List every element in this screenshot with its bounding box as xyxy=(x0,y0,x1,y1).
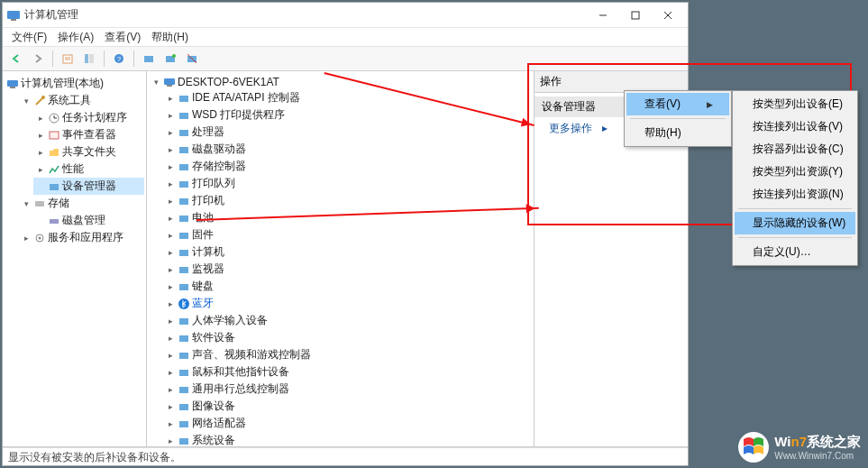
device-category[interactable]: ▸人体学输入设备 xyxy=(163,312,532,329)
collapse-icon[interactable]: ▾ xyxy=(21,198,32,209)
expand-icon[interactable]: ▸ xyxy=(165,264,176,275)
expand-icon[interactable]: ▸ xyxy=(165,196,176,206)
device-category[interactable]: ▸图像设备 xyxy=(163,398,532,415)
expand-icon[interactable]: ▸ xyxy=(35,130,46,141)
device-category[interactable]: ▸监视器 xyxy=(163,261,532,278)
tb-icon-1[interactable] xyxy=(139,49,159,69)
collapse-icon[interactable]: ▾ xyxy=(151,77,161,87)
device-category[interactable]: ▸磁盘驱动器 xyxy=(163,141,532,158)
device-category[interactable]: ▸系统设备 xyxy=(163,432,532,446)
expand-icon[interactable]: ▸ xyxy=(35,164,46,175)
expand-icon[interactable]: ▸ xyxy=(165,247,176,258)
device-label: WSD 打印提供程序 xyxy=(192,107,285,123)
device-category[interactable]: ▸电池 xyxy=(163,209,532,226)
svg-rect-34 xyxy=(179,164,188,170)
expand-icon[interactable]: ▸ xyxy=(165,93,176,104)
nav-system-tools[interactable]: ▾系统工具 xyxy=(19,92,144,109)
device-category[interactable]: ▸键盘 xyxy=(163,278,532,295)
nav-performance[interactable]: ▸性能 xyxy=(33,161,144,178)
device-category[interactable]: ▸鼠标和其他指针设备 xyxy=(163,363,532,381)
expand-icon[interactable]: ▸ xyxy=(165,384,176,395)
main-body: 计算机管理(本地) ▾系统工具 ▸任务计划程序 ▸事件查看器 ▸共享文件夹 ▸性… xyxy=(3,71,688,447)
ctx-by-conn-dev[interactable]: 按连接列出设备(V) xyxy=(735,115,855,138)
expand-icon[interactable]: ▸ xyxy=(35,147,46,158)
device-category[interactable]: ▸打印机 xyxy=(163,192,532,209)
device-category[interactable]: ▸IDE ATA/ATAPI 控制器 xyxy=(163,89,532,106)
expand-icon[interactable]: ▸ xyxy=(165,213,176,224)
expand-icon[interactable]: ▸ xyxy=(165,281,176,292)
device-tree-pane[interactable]: ▾DESKTOP-6VEK1AT ▸IDE ATA/ATAPI 控制器▸WSD … xyxy=(147,71,535,446)
expand-icon[interactable]: ▸ xyxy=(165,230,176,241)
watermark: Win7系统之家 Www.Winwin7.Com xyxy=(738,432,861,463)
close-button[interactable] xyxy=(652,5,684,26)
expand-icon[interactable]: ▸ xyxy=(165,144,176,155)
expand-icon[interactable]: ▸ xyxy=(35,113,46,124)
expand-icon[interactable]: ▸ xyxy=(165,161,176,172)
device-category[interactable]: ▸计算机 xyxy=(163,243,532,261)
ctx-by-type-res[interactable]: 按类型列出资源(Y) xyxy=(735,161,855,183)
expand-icon[interactable]: ▸ xyxy=(165,333,176,344)
menu-action[interactable]: 操作(A) xyxy=(52,28,99,46)
expand-icon[interactable]: ▸ xyxy=(165,316,176,326)
help-button[interactable]: ? xyxy=(109,49,129,69)
ctx-by-type-dev[interactable]: 按类型列出设备(E) xyxy=(735,93,855,115)
menu-view[interactable]: 查看(V) xyxy=(99,28,146,46)
tb-icon-2[interactable] xyxy=(160,49,180,69)
ctx-show-hidden[interactable]: 显示隐藏的设备(W) xyxy=(735,212,855,234)
device-category[interactable]: ▸软件设备 xyxy=(163,329,532,346)
ctx-view[interactable]: 查看(V) ▶ xyxy=(626,93,729,115)
svg-rect-32 xyxy=(179,130,188,136)
nav-storage[interactable]: ▾存储 xyxy=(19,195,144,212)
device-category[interactable]: ▸固件 xyxy=(163,226,532,243)
expand-icon[interactable]: ▸ xyxy=(165,350,176,361)
expand-icon[interactable]: ▸ xyxy=(165,179,176,189)
expand-icon[interactable]: ▸ xyxy=(165,298,176,309)
collapse-icon[interactable]: ▾ xyxy=(21,96,32,106)
device-icon xyxy=(178,212,190,225)
expand-icon[interactable]: ▸ xyxy=(21,233,32,243)
context-menu-view-sub[interactable]: 按类型列出设备(E) 按连接列出设备(V) 按容器列出设备(C) 按类型列出资源… xyxy=(732,90,858,266)
device-category[interactable]: ▸打印队列 xyxy=(163,175,532,192)
device-root[interactable]: ▾DESKTOP-6VEK1AT xyxy=(149,75,532,89)
left-navigation-pane[interactable]: 计算机管理(本地) ▾系统工具 ▸任务计划程序 ▸事件查看器 ▸共享文件夹 ▸性… xyxy=(3,71,147,446)
nav-event-viewer[interactable]: ▸事件查看器 xyxy=(33,126,144,143)
show-hide-tree-button[interactable] xyxy=(79,49,99,69)
toolbar: ? xyxy=(3,46,688,71)
tb-icon-3[interactable] xyxy=(182,49,202,69)
expand-icon[interactable]: ▸ xyxy=(165,127,176,138)
ctx-help[interactable]: 帮助(H) xyxy=(626,122,729,144)
nav-root[interactable]: 计算机管理(本地) xyxy=(5,75,144,92)
minimize-button[interactable] xyxy=(587,5,619,26)
nav-back-button[interactable] xyxy=(6,49,26,69)
expand-icon[interactable]: ▸ xyxy=(165,401,176,412)
nav-task-scheduler[interactable]: ▸任务计划程序 xyxy=(33,109,144,126)
maximize-button[interactable] xyxy=(619,5,652,26)
ctx-by-conn-res[interactable]: 按连接列出资源(N) xyxy=(735,183,855,206)
nav-disk-management[interactable]: 磁盘管理 xyxy=(33,212,144,229)
properties-button[interactable] xyxy=(58,49,78,69)
expand-icon[interactable]: ▸ xyxy=(165,110,176,121)
expand-icon[interactable]: ▸ xyxy=(165,418,176,429)
device-category[interactable]: ▸网络适配器 xyxy=(163,415,532,432)
device-category[interactable]: ▸WSD 打印提供程序 xyxy=(163,106,532,124)
nav-shared-folders[interactable]: ▸共享文件夹 xyxy=(33,143,144,161)
device-category[interactable]: ▸处理器 xyxy=(163,124,532,141)
ctx-customize[interactable]: 自定义(U)… xyxy=(735,241,855,263)
device-category[interactable]: ▸声音、视频和游戏控制器 xyxy=(163,346,532,363)
menu-help[interactable]: 帮助(H) xyxy=(146,28,194,46)
device-category[interactable]: ▸蓝牙 xyxy=(163,295,532,312)
status-bar: 显示没有被安装的后补设备和设备。 xyxy=(3,447,688,465)
nav-device-manager[interactable]: 设备管理器 xyxy=(33,178,144,195)
device-label: 磁盘驱动器 xyxy=(192,142,246,157)
expand-icon[interactable]: ▸ xyxy=(165,436,176,446)
device-category[interactable]: ▸通用串行总线控制器 xyxy=(163,381,532,398)
nav-forward-button[interactable] xyxy=(28,49,48,69)
device-category[interactable]: ▸存储控制器 xyxy=(163,158,532,175)
ctx-by-cont-dev[interactable]: 按容器列出设备(C) xyxy=(735,138,855,161)
nav-services-apps[interactable]: ▸服务和应用程序 xyxy=(19,229,144,246)
expand-icon[interactable]: ▸ xyxy=(165,367,176,378)
svg-rect-36 xyxy=(179,198,188,205)
device-icon xyxy=(178,280,190,293)
menu-file[interactable]: 文件(F) xyxy=(6,28,52,46)
context-menu-actions[interactable]: 查看(V) ▶ 帮助(H) xyxy=(624,90,732,147)
